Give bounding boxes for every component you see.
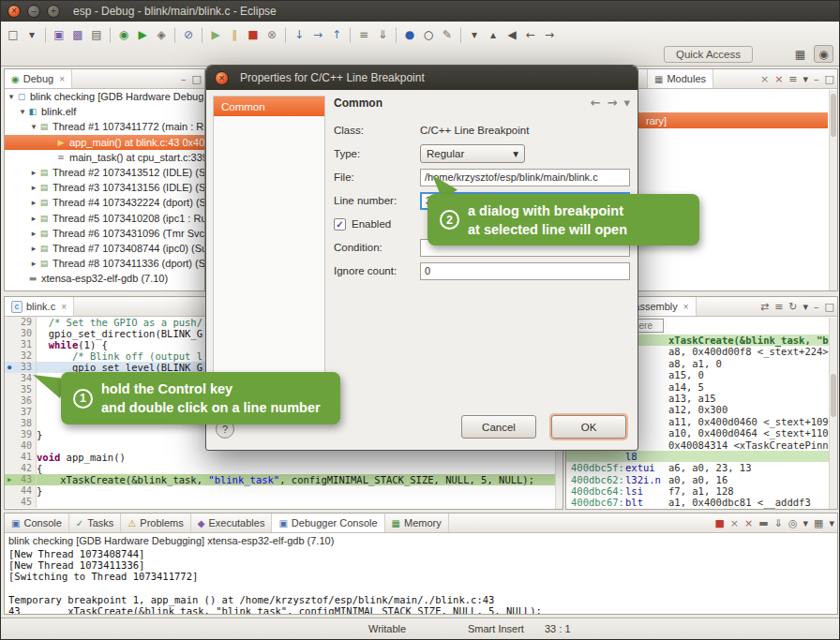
tree-expand-icon[interactable]: ▸ bbox=[29, 168, 38, 177]
search-icon[interactable]: ○ bbox=[419, 26, 438, 44]
file-field[interactable]: /home/krzysztof/esp/blink/main/blink.c bbox=[420, 169, 630, 186]
separator[interactable] bbox=[396, 27, 397, 43]
disassembly-line[interactable]: l8 bbox=[566, 451, 837, 462]
external-tools-icon[interactable]: ◈ bbox=[152, 26, 171, 44]
new-dropdown-icon[interactable]: ▾ bbox=[22, 26, 41, 44]
cancel-button[interactable]: Cancel bbox=[461, 415, 536, 439]
disassembly-line[interactable]: bnone bbox=[566, 509, 837, 510]
console-menu-icon[interactable]: ▾ bbox=[829, 517, 834, 529]
debug-icon[interactable]: ◉ bbox=[114, 26, 133, 44]
step-over-icon[interactable]: → bbox=[308, 26, 327, 44]
ok-button[interactable]: OK bbox=[551, 415, 626, 439]
debug-perspective-icon[interactable]: ◉ bbox=[814, 45, 833, 63]
disassembly-scrollbar[interactable] bbox=[829, 318, 837, 509]
code-line[interactable]: ▶ 43 xTaskCreate(&blink_task, "blink_tas… bbox=[5, 474, 562, 485]
skip-all-breakpoints-icon[interactable]: ⊘ bbox=[179, 26, 198, 44]
maximize-view-icon[interactable]: □ bbox=[825, 73, 834, 85]
modules-scrollbar[interactable] bbox=[829, 90, 837, 290]
tab-modules[interactable]: ▦ Modules bbox=[647, 69, 713, 88]
code-line[interactable]: 45 bbox=[5, 497, 562, 508]
disassembly-line[interactable]: 400dbc5f: extui a6, a0, 23, 13 bbox=[566, 462, 837, 473]
line-number[interactable]: 42 bbox=[14, 463, 37, 474]
previous-annotation-icon[interactable]: ▴ bbox=[484, 26, 502, 44]
sidebar-item-common[interactable]: Common bbox=[214, 97, 324, 116]
tab-console[interactable]: ▣ Console bbox=[5, 513, 69, 532]
separator[interactable] bbox=[110, 27, 111, 43]
next-annotation-icon[interactable]: ▾ bbox=[465, 26, 484, 44]
annotation-icon[interactable]: ✎ bbox=[438, 26, 457, 44]
show-source-icon[interactable]: ≡ bbox=[774, 301, 783, 313]
gutter-marker[interactable] bbox=[5, 373, 14, 384]
resume-icon[interactable]: ▶ bbox=[206, 26, 225, 44]
debug-tree-item[interactable]: ▸ ▤ Thread #7 1073408744 (ipc0) (Susp bbox=[5, 241, 204, 256]
remove-module-icon[interactable]: × bbox=[760, 73, 769, 85]
gutter-marker[interactable] bbox=[5, 339, 14, 350]
tree-expand-icon[interactable]: ▸ bbox=[29, 244, 38, 253]
line-number[interactable]: 38 bbox=[14, 418, 37, 429]
back-icon[interactable]: ← bbox=[591, 96, 601, 110]
enabled-checkbox[interactable]: ✓ bbox=[334, 218, 346, 231]
sync-with-stack-frame-icon[interactable]: ⇄ bbox=[760, 301, 769, 313]
separator[interactable] bbox=[45, 27, 46, 43]
console-output[interactable]: [New Thread 1073408744] [New Thread 1073… bbox=[5, 548, 837, 615]
line-number[interactable]: 30 bbox=[14, 328, 37, 339]
minimize-view-icon[interactable]: – bbox=[181, 73, 187, 85]
debug-tree-item[interactable]: ▸ ▤ Thread #3 1073413156 (IDLE) (Susp bbox=[5, 180, 204, 195]
collapse-all-icon[interactable]: ≡ bbox=[788, 73, 797, 85]
tree-expand-icon[interactable]: ▸ bbox=[29, 214, 38, 223]
maximize-view-icon[interactable]: □ bbox=[825, 301, 834, 313]
separator[interactable] bbox=[174, 27, 175, 43]
remove-launch-icon[interactable]: × bbox=[730, 517, 739, 529]
tab-executables[interactable]: ◆ Executables bbox=[191, 513, 273, 532]
gutter-marker[interactable] bbox=[5, 317, 14, 328]
pin-console-icon[interactable]: ◎ bbox=[788, 517, 798, 529]
tree-expand-icon[interactable]: ▸ bbox=[29, 229, 38, 238]
line-number[interactable]: 29 bbox=[14, 317, 37, 328]
separator[interactable] bbox=[285, 27, 286, 43]
gutter-marker[interactable]: ▶ bbox=[5, 474, 14, 485]
remove-all-modules-icon[interactable]: × bbox=[774, 73, 783, 85]
dialog-titlebar[interactable]: × Properties for C/C++ Line Breakpoint bbox=[206, 66, 638, 90]
disassembly-line[interactable]: 400dbc64: lsi f7, a1, 128 bbox=[566, 485, 837, 497]
tab-debug[interactable]: ◉ Debug × bbox=[5, 69, 72, 88]
gutter-marker[interactable]: ● bbox=[5, 362, 14, 373]
debug-tree-item[interactable]: ▸ ▤ Thread #6 1073431096 (Tmr Svc) (S bbox=[5, 226, 204, 241]
line-number[interactable]: 40 bbox=[14, 440, 37, 452]
terminate-icon[interactable]: ■ bbox=[244, 26, 262, 44]
window-minimize-icon[interactable]: – bbox=[27, 5, 40, 18]
view-menu-icon[interactable]: ▾ bbox=[803, 301, 809, 313]
save-all-icon[interactable]: ▩ bbox=[68, 26, 87, 44]
line-number[interactable]: 34 bbox=[14, 373, 37, 384]
tree-expand-icon[interactable]: ▸ bbox=[29, 198, 38, 207]
tab-blink-c[interactable]: c blink.c × bbox=[5, 297, 74, 316]
debug-tree-item[interactable]: ▾ ▢ blink checking [GDB Hardware Debug bbox=[5, 89, 204, 104]
open-perspective-icon[interactable]: ▦ bbox=[790, 45, 810, 63]
debug-tree-item[interactable]: ▸ ▤ Thread #5 1073410208 (ipc1 : Runni bbox=[5, 211, 204, 226]
tab-problems[interactable]: ⚠ Problems bbox=[121, 513, 190, 532]
maximize-view-icon[interactable]: □ bbox=[192, 73, 202, 85]
gutter-marker[interactable] bbox=[5, 440, 14, 452]
line-number[interactable]: 32 bbox=[14, 350, 37, 362]
gutter-marker[interactable] bbox=[5, 497, 14, 508]
gutter-marker[interactable] bbox=[5, 452, 14, 463]
type-select[interactable]: Regular ▾ bbox=[420, 144, 525, 163]
line-number[interactable]: 41 bbox=[14, 452, 37, 463]
disassembly-line[interactable]: 400dbc62: l32i.n a0, a0, 16 bbox=[566, 474, 837, 485]
line-number[interactable]: 35 bbox=[14, 384, 37, 395]
refresh-icon[interactable]: ↻ bbox=[788, 301, 797, 313]
tab-tasks[interactable]: ✓ Tasks bbox=[69, 513, 122, 532]
minimize-view-icon[interactable]: – bbox=[814, 73, 819, 85]
debug-tree-item[interactable]: ▸ ▤ Thread #8 1073411336 (dport) (Sus bbox=[5, 256, 204, 271]
save-icon[interactable]: ▣ bbox=[50, 26, 68, 44]
window-titlebar[interactable]: × – + esp - Debug - blink/main/blink.c -… bbox=[1, 1, 839, 22]
gutter-marker[interactable] bbox=[5, 384, 14, 395]
line-number[interactable]: 33 bbox=[14, 362, 37, 373]
debug-tree-item[interactable]: ▾ ◧ blink.elf bbox=[5, 104, 204, 119]
tree-expand-icon[interactable]: ▾ bbox=[7, 92, 16, 101]
debug-tree-item[interactable]: ≡ main_task() at cpu_start.c:339 0x4 bbox=[5, 150, 204, 165]
forward-icon[interactable]: → bbox=[608, 96, 618, 110]
debug-tree-item[interactable]: ▾ ▤ Thread #1 1073411772 (main : Runn bbox=[5, 119, 204, 134]
open-console-icon[interactable]: ▦ bbox=[814, 517, 823, 529]
step-return-icon[interactable]: ↑ bbox=[327, 26, 346, 44]
back-icon[interactable]: ← bbox=[521, 26, 540, 44]
